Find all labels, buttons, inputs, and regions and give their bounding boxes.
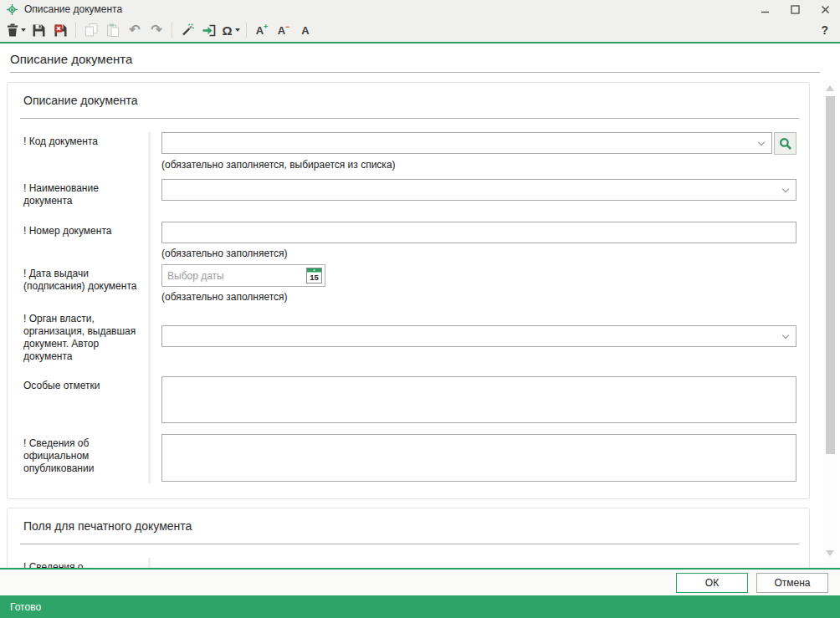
toolbar-separator <box>75 23 76 38</box>
minimize-button[interactable] <box>750 0 780 18</box>
titlebar: Описание документа <box>0 0 840 18</box>
close-icon <box>821 5 830 14</box>
font-reset-icon: A <box>301 25 309 36</box>
status-text: Готово <box>10 601 41 613</box>
field-row-doc-date: ! Дата выдачи (подписания) документа 15 <box>23 264 796 303</box>
calendar-icon[interactable]: 15 <box>306 268 322 283</box>
maximize-button[interactable] <box>780 0 810 18</box>
close-button[interactable] <box>810 0 840 18</box>
special-symbols-button[interactable]: Ω <box>220 20 242 40</box>
field-row-authority: ! Орган власти, организация, выдавшая до… <box>23 313 796 365</box>
font-decrease-icon: A− <box>278 24 290 36</box>
field-label: ! Орган власти, организация, выдавшая до… <box>23 313 148 363</box>
copy-button[interactable] <box>80 20 102 40</box>
field-row-doc-name: ! Наименование документа <box>23 179 796 207</box>
field-label: ! Номер документа <box>23 222 148 237</box>
magic-wand-button[interactable] <box>177 20 198 40</box>
footer: ОК Отмена <box>0 568 840 595</box>
font-increase-icon: A+ <box>256 24 269 36</box>
font-reset-button[interactable]: A <box>295 20 316 40</box>
field-label: Особые отметки <box>23 376 148 392</box>
chevron-down-icon <box>758 138 765 145</box>
delete-button[interactable] <box>5 20 28 40</box>
ok-button[interactable]: ОК <box>676 573 748 593</box>
field-label: ! Сведения о <box>23 558 148 568</box>
chevron-down-icon <box>782 185 789 192</box>
field-label: ! Наименование документа <box>23 179 148 207</box>
section-printed-document-fields: Поля для печатного документа ! Сведения … <box>7 508 810 568</box>
search-icon <box>779 137 792 151</box>
field-hint: (обязательно заполняется) <box>161 248 796 259</box>
redo-button[interactable]: ↷ <box>146 20 167 40</box>
go-to-icon <box>202 24 216 37</box>
svg-text:15: 15 <box>310 273 319 282</box>
page-title: Описание документа <box>10 52 840 66</box>
app-icon <box>7 4 18 15</box>
paste-button[interactable] <box>102 20 124 40</box>
doc-date-input[interactable] <box>162 270 306 282</box>
save-close-button[interactable] <box>49 20 71 40</box>
field-row-doc-code: ! Код документа <box>23 132 796 171</box>
field-label: ! Сведения об официальном опубликовании <box>23 434 148 475</box>
doc-name-combobox[interactable] <box>161 179 796 201</box>
field-label: ! Код документа <box>23 132 148 148</box>
doc-date-picker[interactable]: 15 <box>161 264 325 287</box>
form-divider <box>148 132 151 483</box>
copy-icon <box>85 23 98 37</box>
app-window: Описание документа <box>0 0 840 618</box>
chevron-down-icon <box>782 331 789 338</box>
status-bar: Готово <box>0 595 840 618</box>
page-divider <box>10 72 820 73</box>
section-document-description: Описание документа ! Код документа <box>7 82 810 499</box>
field-label: ! Дата выдачи (подписания) документа <box>23 264 148 293</box>
authority-combobox[interactable] <box>161 325 796 347</box>
save-button[interactable] <box>28 20 49 40</box>
magic-wand-icon <box>181 23 194 37</box>
scroll-down-icon[interactable] <box>826 550 834 556</box>
form-divider <box>148 558 151 568</box>
omega-icon: Ω <box>222 24 232 37</box>
toolbar: ↶ ↷ <box>0 18 840 42</box>
scrollbar-thumb[interactable] <box>826 96 835 454</box>
field-row-publication-info: ! Сведения об официальном опубликовании <box>23 434 796 482</box>
font-decrease-button[interactable]: A− <box>273 20 295 40</box>
doc-code-combobox[interactable] <box>161 132 772 154</box>
maximize-icon <box>791 5 800 14</box>
chevron-down-icon <box>21 28 26 32</box>
doc-number-input[interactable] <box>161 222 796 243</box>
doc-code-search-button[interactable] <box>774 132 796 155</box>
toolbar-separator <box>172 23 172 38</box>
section-title: Поля для печатного документа <box>23 519 799 533</box>
vertical-scrollbar[interactable] <box>823 80 837 566</box>
help-button[interactable]: ? <box>821 23 833 37</box>
content-area: Описание документа Описание документа ! … <box>0 43 840 568</box>
trash-icon <box>7 23 18 37</box>
go-to-button[interactable] <box>198 20 220 40</box>
window-title: Описание документа <box>24 3 122 15</box>
special-marks-textarea[interactable] <box>161 376 796 423</box>
undo-icon: ↶ <box>129 23 140 37</box>
font-increase-button[interactable]: A+ <box>251 20 273 40</box>
paste-icon <box>107 23 119 37</box>
save-icon <box>33 24 45 37</box>
field-row-doc-number: ! Номер документа (обязательно заполняет… <box>23 222 796 259</box>
cancel-button[interactable]: Отмена <box>756 573 828 593</box>
minimize-icon <box>761 5 770 14</box>
chevron-down-icon <box>235 28 240 32</box>
publication-info-textarea[interactable] <box>161 434 796 482</box>
section-title: Описание документа <box>23 94 799 107</box>
field-row-special-marks: Особые отметки <box>23 376 796 423</box>
scroll-up-icon[interactable] <box>826 85 834 91</box>
field-hint: (обязательно заполняется) <box>161 291 796 303</box>
undo-button[interactable]: ↶ <box>124 20 146 40</box>
save-close-icon <box>54 24 67 37</box>
redo-icon: ↷ <box>151 23 161 37</box>
field-hint: (обязательно заполняется, выбирается из … <box>161 159 796 171</box>
toolbar-separator <box>246 23 247 38</box>
field-row-printed-info: ! Сведения о <box>23 558 796 568</box>
